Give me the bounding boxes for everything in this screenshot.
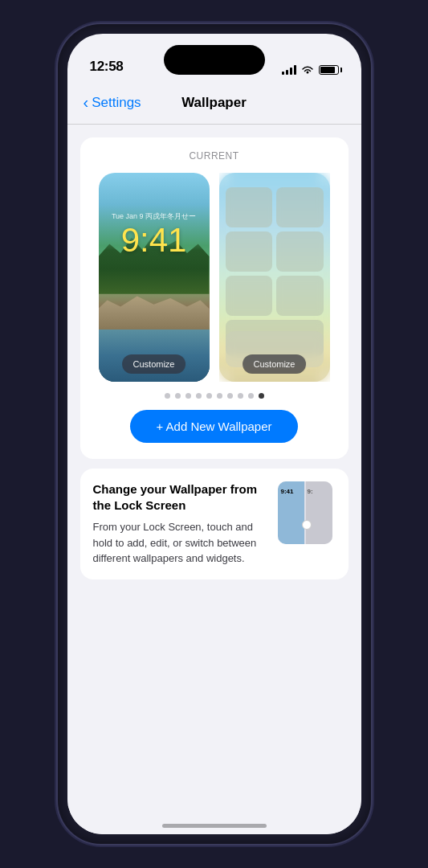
- info-illustration: 9:41 9:: [278, 481, 336, 546]
- signal-bar-4: [294, 65, 296, 75]
- dot-2: [175, 393, 181, 399]
- illust-divider: [302, 520, 312, 530]
- info-text: Change your Wallpaper from the Lock Scre…: [93, 481, 267, 567]
- phone-screen: 12:58 ‹: [67, 34, 361, 834]
- home-widget-4: [276, 231, 324, 272]
- illust-screen: 9:41 9:: [278, 481, 332, 544]
- home-indicator: [162, 824, 267, 828]
- wallpaper-previews: Tue Jan 9 丙戌年冬月せー 9:41 Customize: [93, 173, 336, 382]
- lock-time-display: Tue Jan 9 丙戌年冬月せー 9:41: [99, 211, 210, 257]
- phone-frame: 12:58 ‹: [58, 24, 371, 844]
- home-widget-3: [226, 231, 273, 272]
- rock-layer: [99, 288, 210, 330]
- add-wallpaper-button[interactable]: + Add New Wallpaper: [130, 410, 297, 443]
- pagination-dots: [93, 393, 336, 399]
- lock-screen-preview[interactable]: Tue Jan 9 丙戌年冬月せー 9:41 Customize: [99, 173, 210, 382]
- dot-6: [217, 393, 222, 399]
- dot-9: [248, 393, 254, 399]
- info-card: Change your Wallpaper from the Lock Scre…: [80, 469, 349, 579]
- home-widget-6: [276, 276, 324, 316]
- signal-bar-2: [286, 70, 288, 75]
- dynamic-island: [164, 45, 265, 75]
- wifi-icon: [301, 65, 314, 75]
- signal-bar-3: [290, 68, 292, 75]
- home-widget-5: [226, 276, 273, 316]
- home-screen-preview[interactable]: Customize: [219, 173, 330, 382]
- home-widget-2: [276, 187, 324, 227]
- status-time: 12:58: [90, 59, 124, 75]
- info-description: From your Lock Screen, touch and hold to…: [93, 519, 267, 567]
- info-title: Change your Wallpaper from the Lock Scre…: [93, 481, 267, 513]
- dot-3: [185, 393, 191, 399]
- battery-icon: [319, 65, 339, 75]
- nav-bar: ‹ Settings Wallpaper: [67, 81, 361, 125]
- signal-icon: [282, 65, 296, 75]
- wallpaper-card: CURRENT Tue Jan 9 丙戌年冬月せー 9:41 C: [80, 137, 349, 459]
- lock-screen-customize-button[interactable]: Customize: [122, 354, 186, 374]
- illust-time-right: 9:: [308, 488, 313, 495]
- signal-bar-1: [282, 72, 284, 75]
- page-title: Wallpaper: [181, 95, 247, 111]
- dot-4: [196, 393, 202, 399]
- illust-lock-side: 9:41: [278, 481, 304, 544]
- battery-fill: [320, 67, 336, 73]
- dot-8: [238, 393, 243, 399]
- back-button[interactable]: ‹ Settings: [84, 93, 141, 112]
- back-chevron-icon: ‹: [84, 93, 89, 112]
- illust-home-side: 9:: [306, 481, 332, 544]
- dot-1: [165, 393, 170, 399]
- lock-clock: 9:41: [121, 221, 187, 259]
- home-screen-background: Customize: [219, 173, 330, 382]
- lock-screen-background: Tue Jan 9 丙戌年冬月せー 9:41 Customize: [99, 173, 210, 382]
- status-icons: [282, 65, 339, 75]
- back-label: Settings: [92, 95, 141, 111]
- dot-10-active: [259, 393, 264, 399]
- current-label: CURRENT: [93, 150, 336, 162]
- dot-7: [227, 393, 233, 399]
- home-screen-customize-button[interactable]: Customize: [243, 354, 307, 374]
- main-content: CURRENT Tue Jan 9 丙戌年冬月せー 9:41 C: [67, 125, 361, 834]
- illust-time-left: 9:41: [281, 488, 294, 495]
- home-widget-1: [226, 187, 273, 227]
- dot-5: [206, 393, 212, 399]
